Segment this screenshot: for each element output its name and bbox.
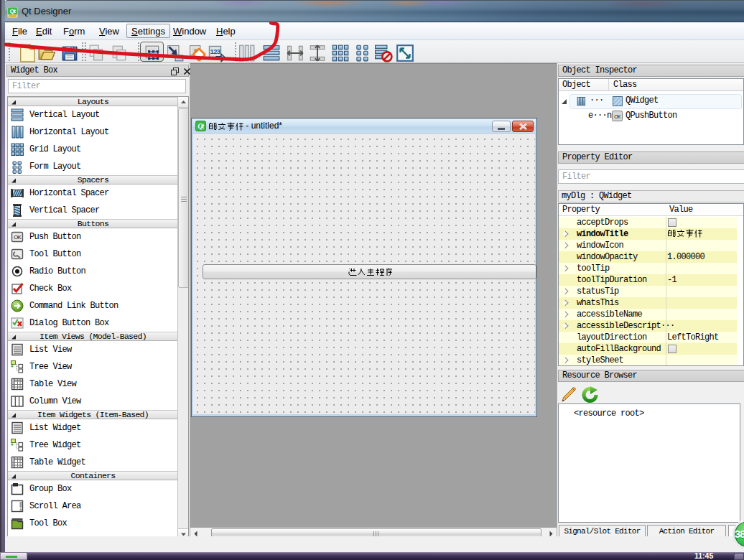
svg-text:Qt: Qt	[197, 123, 204, 130]
svg-text:OK: OK	[614, 114, 621, 119]
svg-text:OK: OK	[14, 234, 22, 241]
